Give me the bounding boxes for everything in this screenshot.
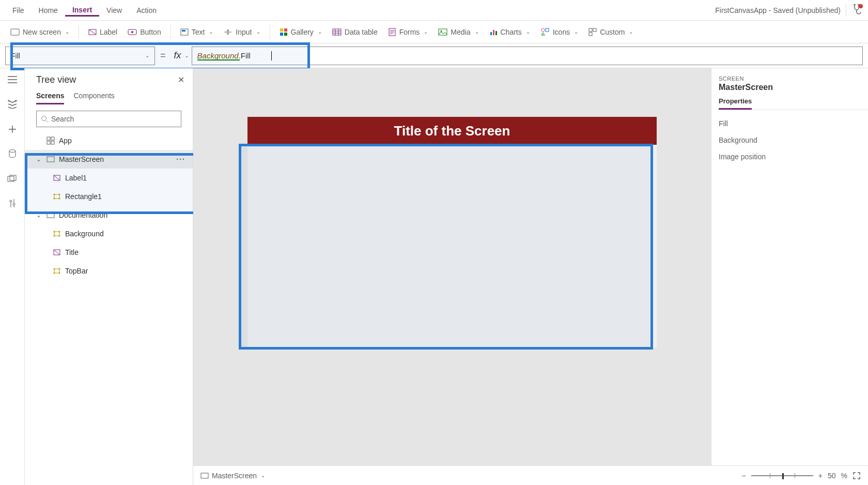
search-icon: [41, 115, 48, 123]
canvas-screen[interactable]: Title of the Screen: [247, 117, 657, 347]
fit-to-screen-icon[interactable]: [853, 472, 861, 480]
chevron-down-icon: ⌄: [574, 29, 578, 35]
svg-point-43: [59, 231, 60, 233]
advanced-tools-icon[interactable]: [6, 198, 19, 210]
svg-point-23: [9, 150, 16, 153]
insert-datatable-label: Data table: [345, 28, 378, 36]
chevron-down-icon: ⌄: [184, 53, 189, 58]
rectangle-icon: [53, 230, 61, 238]
insert-input-button[interactable]: Input ⌄: [219, 26, 264, 38]
svg-point-51: [59, 272, 60, 274]
left-rail: [0, 68, 25, 485]
zoom-slider[interactable]: [751, 472, 813, 479]
canvas-area[interactable]: Title of the Screen: [193, 68, 711, 465]
chevron-down-icon: ⌄: [209, 29, 213, 35]
tab-screens[interactable]: Screens: [36, 92, 64, 104]
insert-media-label: Media: [451, 28, 470, 36]
tree-item-masterscreen[interactable]: ⌄ MasterScreen ···: [25, 150, 193, 169]
more-options-icon[interactable]: ···: [176, 155, 185, 163]
hamburger-icon[interactable]: [6, 73, 19, 86]
tree-item-label: App: [59, 137, 72, 145]
text-cursor: [271, 51, 272, 60]
new-screen-button[interactable]: New screen ⌄: [6, 26, 73, 38]
tree-view-icon[interactable]: [6, 98, 19, 111]
chevron-down-icon: ⌄: [424, 29, 428, 35]
app-checker-icon[interactable]: [851, 4, 863, 17]
chevron-down-icon: ⌄: [318, 29, 322, 35]
svg-rect-32: [51, 141, 54, 144]
fx-icon: fx: [174, 50, 181, 61]
svg-rect-41: [54, 232, 59, 236]
svg-point-36: [54, 194, 55, 195]
data-icon[interactable]: [6, 148, 19, 160]
zoom-in-button[interactable]: +: [818, 472, 823, 480]
status-screen-name[interactable]: MasterScreen: [212, 472, 257, 480]
screen-title-bar[interactable]: Title of the Screen: [247, 117, 657, 145]
svg-point-39: [59, 198, 60, 200]
chevron-down-icon[interactable]: ⌄: [36, 211, 42, 219]
formula-token-property: Fill: [241, 51, 251, 60]
insert-media-button[interactable]: Media ⌄: [434, 26, 483, 38]
menu-action[interactable]: Action: [129, 4, 164, 17]
insert-icons-button[interactable]: Icons ⌄: [536, 26, 582, 38]
svg-point-37: [59, 194, 60, 195]
tree-item-label1[interactable]: Label1: [25, 169, 193, 187]
insert-gallery-button[interactable]: Gallery ⌄: [275, 26, 326, 38]
status-bar: MasterScreen ⌄ − + 50 %: [193, 465, 868, 485]
svg-point-26: [10, 200, 12, 202]
tree-item-background[interactable]: Background: [25, 224, 193, 243]
svg-rect-22: [589, 33, 592, 36]
svg-rect-16: [493, 30, 494, 35]
intellisense-underline: [197, 59, 240, 60]
separator: [79, 25, 79, 39]
media-icon[interactable]: [6, 173, 19, 185]
zoom-out-button[interactable]: −: [742, 472, 746, 480]
properties-screen-name: MasterScreen: [719, 83, 868, 92]
close-icon[interactable]: ✕: [178, 75, 184, 85]
tab-properties[interactable]: Properties: [719, 97, 752, 110]
svg-point-14: [441, 30, 442, 32]
zoom-thumb[interactable]: [782, 473, 784, 479]
tree-search-input[interactable]: Search: [36, 111, 181, 127]
insert-text-button[interactable]: Text ⌄: [176, 26, 218, 38]
insert-input-label: Input: [236, 28, 252, 36]
property-row-imageposition[interactable]: Image position: [719, 148, 868, 165]
new-screen-label: New screen: [23, 28, 61, 36]
insert-custom-button[interactable]: Custom ⌄: [584, 26, 637, 38]
menu-file[interactable]: File: [5, 4, 32, 17]
tree-item-rectangle1[interactable]: Rectangle1: [25, 187, 193, 206]
svg-rect-20: [589, 28, 592, 32]
menu-view[interactable]: View: [99, 4, 129, 17]
property-selector[interactable]: Fill ⌄: [5, 47, 155, 65]
insert-plus-icon[interactable]: [6, 123, 19, 135]
fx-button[interactable]: fx ⌄: [171, 50, 192, 61]
tree-item-label: Title: [65, 248, 79, 256]
rectangle-icon: [53, 267, 61, 275]
insert-gallery-label: Gallery: [291, 28, 314, 36]
property-row-fill[interactable]: Fill: [719, 115, 868, 132]
formula-input[interactable]: Background.Fill: [192, 47, 863, 65]
tree-item-documentation[interactable]: ⌄ Documentation: [25, 206, 193, 224]
menu-home[interactable]: Home: [32, 4, 65, 17]
zoom-unit: %: [841, 472, 847, 480]
insert-forms-button[interactable]: Forms ⌄: [384, 26, 432, 38]
property-row-background[interactable]: Background: [719, 132, 868, 148]
chevron-down-icon[interactable]: ⌄: [36, 156, 42, 163]
svg-point-50: [54, 272, 55, 274]
insert-datatable-button[interactable]: Data table: [328, 26, 382, 38]
rectangle-icon: [53, 192, 61, 201]
tree-item-topbar[interactable]: TopBar: [25, 262, 193, 280]
screen-body[interactable]: [247, 145, 657, 347]
tab-components[interactable]: Components: [73, 92, 114, 104]
insert-button-button[interactable]: Button: [123, 26, 165, 38]
tree-item-app[interactable]: App: [25, 131, 193, 150]
svg-point-38: [54, 198, 55, 200]
insert-label-button[interactable]: Label: [84, 26, 121, 38]
insert-label-text: Label: [100, 28, 117, 36]
menu-insert[interactable]: Insert: [65, 4, 99, 17]
tree-item-title[interactable]: Title: [25, 243, 193, 262]
separator: [270, 25, 270, 39]
tree-item-label: Label1: [65, 174, 87, 182]
chevron-down-icon[interactable]: ⌄: [261, 473, 265, 478]
insert-charts-button[interactable]: Charts ⌄: [485, 26, 534, 38]
